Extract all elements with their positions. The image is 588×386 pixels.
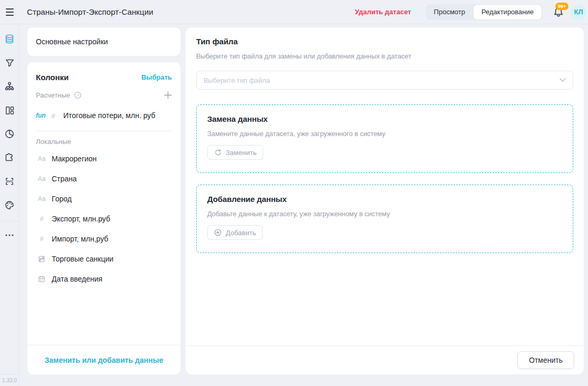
- top-bar: Страны-Импорт-Экспорт-Санкции Удалить да…: [0, 0, 588, 24]
- panel-footer: Отменить: [186, 345, 584, 374]
- string-type-icon: Aa: [36, 175, 47, 182]
- svg-icon-label: SVG: [6, 179, 13, 183]
- field-name: Город: [52, 195, 72, 203]
- formula-icon: fun: [36, 112, 47, 119]
- replace-button-label: Заменить: [226, 149, 256, 157]
- number-type-icon: #: [47, 112, 59, 120]
- main-settings-card[interactable]: Основные настройки: [27, 27, 180, 56]
- boolean-type-icon: [36, 255, 47, 263]
- append-data-card: Добавление данных Добавьте данные к дата…: [196, 185, 573, 253]
- plugin-icon[interactable]: [2, 150, 17, 165]
- field-name: Экспорт, млн.руб: [52, 215, 110, 223]
- cancel-button[interactable]: Отменить: [517, 351, 574, 369]
- replace-data-description: Замените данные датасета, уже загруженно…: [207, 130, 562, 138]
- string-type-icon: Aa: [36, 195, 47, 202]
- field-row-sanctions[interactable]: Торговые санкции: [27, 249, 180, 269]
- chart-icon[interactable]: [2, 127, 17, 141]
- help-icon[interactable]: ?: [74, 91, 82, 99]
- notifications-button[interactable]: 99+: [553, 6, 564, 18]
- file-type-title: Тип файла: [196, 37, 573, 46]
- string-type-icon: Aa: [36, 155, 47, 162]
- file-type-select[interactable]: Выберите тип файла: [196, 71, 573, 90]
- field-row-country[interactable]: Aa Страна: [27, 169, 180, 189]
- field-row-macroregion[interactable]: Aa Макрорегион: [27, 149, 180, 169]
- local-fields-label: Локальные: [27, 133, 180, 149]
- select-placeholder: Выберите тип файла: [204, 76, 270, 84]
- append-data-title: Добавление данных: [207, 195, 562, 204]
- columns-footer: Заменить или добавить данные: [27, 345, 180, 374]
- append-data-description: Добавьте данные к датасету, уже загружен…: [207, 210, 562, 218]
- dataset-icon[interactable]: [2, 32, 17, 46]
- left-icon-rail: SVG 1.33.0: [0, 24, 20, 386]
- append-button[interactable]: Добавить: [207, 225, 263, 240]
- mode-view-tab[interactable]: Просмотр: [426, 4, 473, 20]
- mode-edit-tab[interactable]: Редактирование: [473, 4, 542, 20]
- field-row-date[interactable]: Дата введения: [27, 269, 180, 289]
- layout-icon[interactable]: [2, 103, 17, 118]
- more-icon[interactable]: [2, 228, 17, 243]
- field-name: Итоговые потери, млн. руб: [63, 111, 155, 120]
- app-version: 1.33.0: [0, 374, 20, 386]
- field-name: Торговые санкции: [52, 255, 113, 263]
- sidebar-divider: [36, 131, 172, 131]
- columns-title: Колонки: [36, 73, 69, 82]
- field-name: Импорт, млн,руб: [52, 235, 108, 243]
- main-settings-label: Основные настройки: [36, 37, 108, 46]
- replace-data-title: Замена данных: [207, 114, 562, 123]
- field-row-calculated[interactable]: fun # Итоговые потери, млн. руб: [27, 105, 180, 126]
- replace-button[interactable]: Заменить: [207, 145, 263, 160]
- number-type-icon: #: [36, 215, 47, 223]
- date-type-icon: [36, 275, 47, 283]
- plus-circle-icon: [214, 229, 221, 236]
- relations-icon[interactable]: [2, 79, 17, 94]
- mode-switcher: Просмотр Редактирование: [426, 4, 542, 20]
- filter-icon[interactable]: [2, 55, 17, 70]
- avatar[interactable]: КЛ: [571, 4, 586, 20]
- page-title: Страны-Импорт-Экспорт-Санкции: [27, 7, 153, 16]
- append-button-label: Добавить: [226, 229, 256, 237]
- field-name: Страна: [52, 175, 77, 183]
- file-upload-panel: Тип файла Выберите тип файла для замены …: [186, 27, 584, 374]
- svg-icon[interactable]: SVG: [2, 174, 17, 189]
- chevron-down-icon: [560, 78, 566, 82]
- file-type-description: Выберите тип файла для замены или добавл…: [196, 52, 573, 60]
- field-name: Дата введения: [52, 275, 102, 283]
- replace-or-add-data-link[interactable]: Заменить или добавить данные: [45, 356, 163, 364]
- field-row-export[interactable]: # Экспорт, млн.руб: [27, 209, 180, 229]
- field-row-city[interactable]: Aa Город: [27, 189, 180, 209]
- delete-dataset-button[interactable]: Удалить датасет: [355, 8, 411, 16]
- add-calculated-field-icon[interactable]: [164, 91, 172, 99]
- replace-data-card: Замена данных Замените данные датасета, …: [196, 104, 573, 173]
- rail-divider: [0, 221, 20, 221]
- calculated-label: Расчетные: [36, 91, 70, 99]
- field-name: Макрорегион: [52, 155, 97, 163]
- select-columns-link[interactable]: Выбрать: [141, 73, 172, 81]
- menu-icon[interactable]: [0, 8, 20, 16]
- refresh-icon: [214, 149, 221, 156]
- palette-icon[interactable]: [2, 198, 17, 213]
- notification-badge: 99+: [555, 3, 568, 10]
- field-row-import[interactable]: # Импорт, млн,руб: [27, 229, 180, 249]
- svg-text:?: ?: [76, 93, 79, 98]
- number-type-icon: #: [36, 235, 47, 243]
- columns-panel: Колонки Выбрать Расчетные ? fun # Итогов…: [27, 62, 180, 374]
